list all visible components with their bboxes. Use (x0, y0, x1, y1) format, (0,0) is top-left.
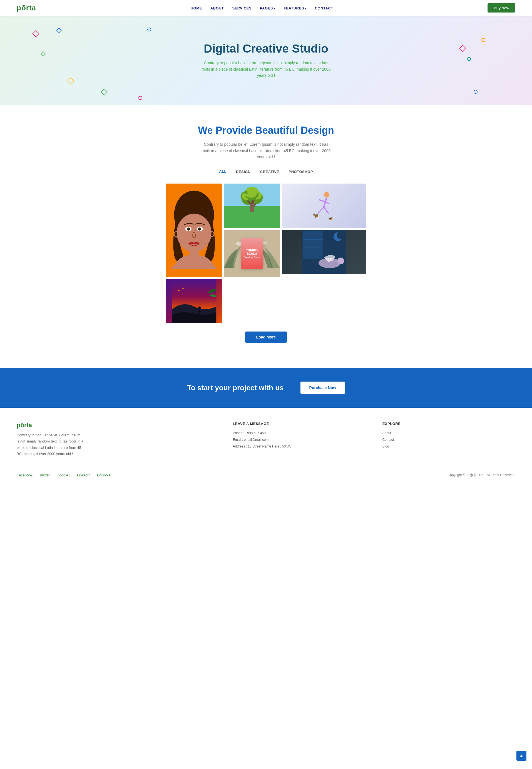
footer-link-blog[interactable]: Blog (382, 443, 515, 450)
footer-explore-col: EXPLORE About Contact Blog (382, 422, 515, 457)
svg-point-29 (198, 306, 201, 309)
social-twitter[interactable]: Twitter (39, 473, 50, 477)
nav-pages[interactable]: PAGES (260, 6, 275, 10)
hero-title: Digital Creative Studio (199, 42, 333, 55)
svg-point-12 (187, 227, 190, 230)
footer-contact-col: LEAVE A MESSAGE Phone : +998 587 4589 Em… (233, 422, 366, 457)
sunset-svg (166, 279, 222, 323)
face-container (166, 183, 222, 277)
tab-photoshop[interactable]: PHOTOSHOP (288, 168, 314, 175)
tab-all[interactable]: ALL (218, 168, 227, 175)
hero-subtitle: Contrary to popular belief, Lorem Ipsum … (199, 60, 333, 78)
brand-logo[interactable]: pōrta (17, 4, 36, 12)
footer-logo: pōrta (17, 422, 216, 429)
nav-links: HOME ABOUT SERVICES PAGES FEATURES CONTA… (191, 6, 333, 11)
nav-about[interactable]: ABOUT (210, 6, 224, 10)
social-facebook[interactable]: Facebook (17, 473, 33, 477)
footer-top: pōrta Contrary to popular belief, Lorem … (17, 422, 515, 457)
portfolio-item-coffee[interactable]: CHEEKYBEANS Premium Roast (224, 230, 280, 277)
footer-brand: pōrta Contrary to popular belief, Lorem … (17, 422, 216, 457)
nav-contact[interactable]: CONTACT (315, 6, 333, 10)
svg-text:🦋: 🦋 (328, 216, 333, 221)
footer-link-contact[interactable]: Contact (382, 437, 515, 443)
running-woman-svg: 🦋 🦋 (311, 189, 336, 222)
tab-design[interactable]: DESIGN (235, 168, 251, 175)
portfolio-item-running[interactable]: 🦋 🦋 (282, 183, 366, 228)
nav-features[interactable]: FEATURES (284, 6, 307, 10)
footer-copyright: Copyright © 17素材 2021. All Right Reserve… (448, 473, 515, 478)
coffee-bag: CHEEKYBEANS Premium Roast (241, 238, 263, 269)
hero-content: Digital Creative Studio Contrary to popu… (199, 42, 333, 78)
night-scene-svg (282, 230, 366, 274)
portfolio-item-night[interactable] (282, 230, 366, 274)
coffee-bag-title: CHEEKYBEANS (246, 249, 258, 255)
svg-point-27 (337, 257, 344, 264)
footer-link-about[interactable]: About (382, 430, 515, 437)
svg-point-14 (198, 227, 201, 230)
tab-creative[interactable]: CREATIVE (260, 168, 280, 175)
deco-shape-pink2 (459, 45, 466, 52)
deco-shape-green-sm (40, 51, 46, 57)
svg-text:🦋: 🦋 (313, 212, 319, 218)
footer-brand-text: Contrary to popular belief, Lorem Ipsum … (17, 432, 83, 457)
svg-line-5 (324, 207, 329, 214)
footer-contact-heading: LEAVE A MESSAGE (233, 422, 366, 426)
footer: pōrta Contrary to popular belief, Lorem … (0, 408, 532, 483)
nav-home[interactable]: HOME (191, 6, 202, 10)
deco-shape-circle-pink (138, 96, 142, 100)
deco-shape-circle-blue (147, 28, 151, 31)
navbar: pōrta HOME ABOUT SERVICES PAGES FEATURES… (0, 0, 532, 16)
deco-shape-pink (32, 30, 39, 37)
deco-shape-circle-orange (481, 38, 485, 42)
portfolio-item-tree[interactable] (224, 183, 280, 228)
svg-point-25 (337, 231, 344, 239)
cta-text: To start your project with us (187, 383, 284, 392)
deco-shape-blue-sm (56, 28, 62, 33)
deco-shape-circle-blue2 (474, 90, 478, 94)
social-dribbble[interactable]: Dribbble (97, 473, 110, 477)
cta-banner: To start your project with us Purchase N… (0, 368, 532, 408)
nav-services[interactable]: SERVICES (232, 6, 252, 10)
coffee-bag-subtitle: Premium Roast (244, 256, 260, 258)
filter-tabs: ALL DESIGN CREATIVE PHOTOSHOP (17, 168, 515, 175)
footer-social: Facebook Twitter Google+ Linkedin Dribbb… (17, 473, 111, 477)
footer-bottom: Facebook Twitter Google+ Linkedin Dribbb… (17, 468, 515, 478)
portfolio-item-face[interactable] (166, 183, 222, 277)
section-title: We Provide Beautiful Design (17, 124, 515, 136)
purchase-now-button[interactable]: Purchase Now (300, 381, 345, 394)
svg-line-4 (318, 207, 324, 213)
section-subtitle: Contrary to popular belief, Lorem Ipsum … (199, 141, 333, 160)
footer-phone: Phone : +998 587 4589 (233, 430, 366, 437)
load-more-button[interactable]: Load More (245, 331, 287, 342)
footer-explore-heading: EXPLORE (382, 422, 515, 426)
social-googleplus[interactable]: Google+ (56, 473, 70, 477)
deco-shape-yellow (67, 77, 74, 84)
svg-line-2 (319, 200, 325, 202)
svg-point-0 (324, 192, 329, 197)
buy-now-button[interactable]: Buy Now (488, 3, 515, 13)
social-linkedin[interactable]: Linkedin (77, 473, 90, 477)
deco-shape-circle-teal (467, 57, 471, 61)
footer-address: Address : 15 Street Name Here , 50 US (233, 443, 366, 450)
portfolio-section: We Provide Beautiful Design Contrary to … (0, 105, 532, 356)
footer-email: Email : email@mail.com (233, 437, 366, 443)
portfolio-item-sunset[interactable] (166, 279, 222, 323)
hero-section: Digital Creative Studio Contrary to popu… (0, 16, 532, 105)
portfolio-grid: 🦋 🦋 (166, 183, 366, 323)
deco-shape-green2 (101, 88, 108, 95)
svg-point-10 (177, 214, 212, 252)
face-svg (166, 188, 222, 272)
